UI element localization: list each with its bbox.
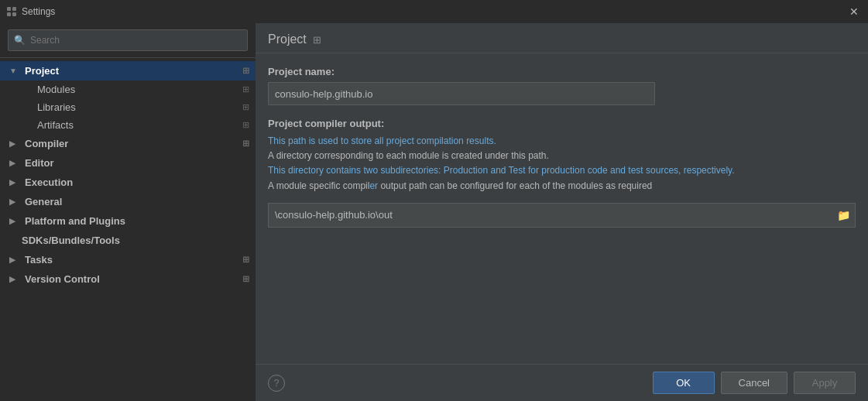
sidebar-item-compiler[interactable]: ▶ Compiler ⊞ xyxy=(0,134,256,153)
sidebar-item-compiler-label: Compiler xyxy=(25,138,68,149)
panel-header: Project ⊞ xyxy=(256,23,868,53)
sidebar-item-project[interactable]: ▼ Project ⊞ xyxy=(0,61,256,81)
desc-line2-normal: A directory corresponding to each module… xyxy=(268,150,549,161)
main-content: 🔍 ▼ Project ⊞ Modules ⊞ Libraries xyxy=(0,23,868,401)
svg-rect-3 xyxy=(12,12,16,16)
sidebar: 🔍 ▼ Project ⊞ Modules ⊞ Libraries xyxy=(0,23,256,401)
sidebar-item-editor-label: Editor xyxy=(25,157,54,169)
sidebar-item-execution[interactable]: ▶ Execution xyxy=(0,173,256,192)
sidebar-item-artifacts-label: Artifacts xyxy=(37,119,74,131)
desc-line4: A module specific compiler output path c… xyxy=(268,180,652,191)
tasks-chevron: ▶ xyxy=(9,255,22,264)
help-button[interactable]: ? xyxy=(268,375,285,392)
settings-window-icon xyxy=(6,6,17,17)
sidebar-item-editor[interactable]: ▶ Editor xyxy=(0,153,256,173)
search-container: 🔍 xyxy=(0,23,256,58)
search-input[interactable] xyxy=(8,29,248,51)
right-panel: Project ⊞ Project name: Project compiler… xyxy=(256,23,868,401)
compiler-output-description: This path is used to store all project c… xyxy=(268,134,856,194)
general-chevron: ▶ xyxy=(9,197,22,206)
compiler-output-path-input[interactable] xyxy=(269,204,832,227)
sidebar-item-general-label: General xyxy=(25,196,62,207)
compiler-output-label: Project compiler output: xyxy=(268,118,856,129)
sidebar-item-artifacts[interactable]: Artifacts ⊞ xyxy=(0,116,256,134)
sidebar-item-modules[interactable]: Modules ⊞ xyxy=(0,81,256,98)
ok-button[interactable]: OK xyxy=(653,372,715,394)
footer-right: OK Cancel Apply xyxy=(653,372,856,394)
platform-chevron: ▶ xyxy=(9,217,22,225)
editor-chevron: ▶ xyxy=(9,159,22,167)
sidebar-item-execution-label: Execution xyxy=(25,177,73,188)
sidebar-item-modules-label: Modules xyxy=(37,84,75,95)
settings-window: Settings ✕ 🔍 ▼ Project ⊞ xyxy=(0,0,868,401)
svg-rect-2 xyxy=(7,12,11,16)
sidebar-item-platform-plugins[interactable]: ▶ Platform and Plugins xyxy=(0,211,256,231)
nav-tree: ▼ Project ⊞ Modules ⊞ Libraries ⊞ Artifa… xyxy=(0,58,256,292)
project-chevron: ▼ xyxy=(9,67,22,75)
vc-chevron: ▶ xyxy=(9,275,22,283)
folder-icon: 📁 xyxy=(837,209,850,221)
compiler-chevron: ▶ xyxy=(9,139,22,148)
svg-rect-1 xyxy=(12,7,16,11)
tasks-settings-icon: ⊞ xyxy=(242,255,249,265)
sidebar-item-version-control[interactable]: ▶ Version Control ⊞ xyxy=(0,269,256,289)
apply-button[interactable]: Apply xyxy=(794,372,856,394)
compiler-output-path-row: 📁 xyxy=(268,203,856,228)
sidebar-item-tasks-label: Tasks xyxy=(25,254,53,266)
libraries-settings-icon: ⊞ xyxy=(242,102,249,112)
desc-line3: This directory contains two subdirectori… xyxy=(268,165,735,176)
compiler-output-folder-button[interactable]: 📁 xyxy=(832,204,855,227)
project-name-label: Project name: xyxy=(268,66,856,77)
cancel-button[interactable]: Cancel xyxy=(721,372,787,394)
execution-chevron: ▶ xyxy=(9,178,22,187)
project-name-input[interactable] xyxy=(268,82,655,105)
svg-rect-0 xyxy=(7,7,11,11)
title-bar: Settings ✕ xyxy=(0,0,868,23)
sidebar-item-version-control-label: Version Control xyxy=(25,273,100,285)
sidebar-item-general[interactable]: ▶ General xyxy=(0,192,256,211)
sidebar-item-sdks-label: SDKs/Bundles/Tools xyxy=(22,235,120,246)
sidebar-item-tasks[interactable]: ▶ Tasks ⊞ xyxy=(0,250,256,269)
vc-settings-icon: ⊞ xyxy=(242,274,249,284)
panel-body: Project name: Project compiler output: T… xyxy=(256,53,868,364)
close-button[interactable]: ✕ xyxy=(846,4,862,19)
sidebar-item-libraries-label: Libraries xyxy=(37,101,76,113)
sidebar-item-platform-plugins-label: Platform and Plugins xyxy=(25,215,125,227)
footer-left: ? xyxy=(268,375,285,392)
modules-settings-icon: ⊞ xyxy=(242,84,249,94)
panel-title: Project xyxy=(268,33,307,46)
artifacts-settings-icon: ⊞ xyxy=(242,120,249,130)
compiler-settings-icon: ⊞ xyxy=(242,139,249,149)
sidebar-item-libraries[interactable]: Libraries ⊞ xyxy=(0,98,256,116)
window-title: Settings xyxy=(22,6,55,17)
desc-line2: A directory corresponding to each module… xyxy=(268,150,549,161)
title-bar-left: Settings xyxy=(6,6,55,17)
search-wrapper: 🔍 xyxy=(8,29,248,51)
panel-title-icon: ⊞ xyxy=(313,34,321,46)
project-settings-icon: ⊞ xyxy=(242,66,249,76)
sidebar-item-sdks[interactable]: SDKs/Bundles/Tools xyxy=(0,231,256,250)
desc-line1: This path is used to store all project c… xyxy=(268,135,496,146)
footer: ? OK Cancel Apply xyxy=(256,364,868,401)
sidebar-item-project-label: Project xyxy=(25,65,59,77)
